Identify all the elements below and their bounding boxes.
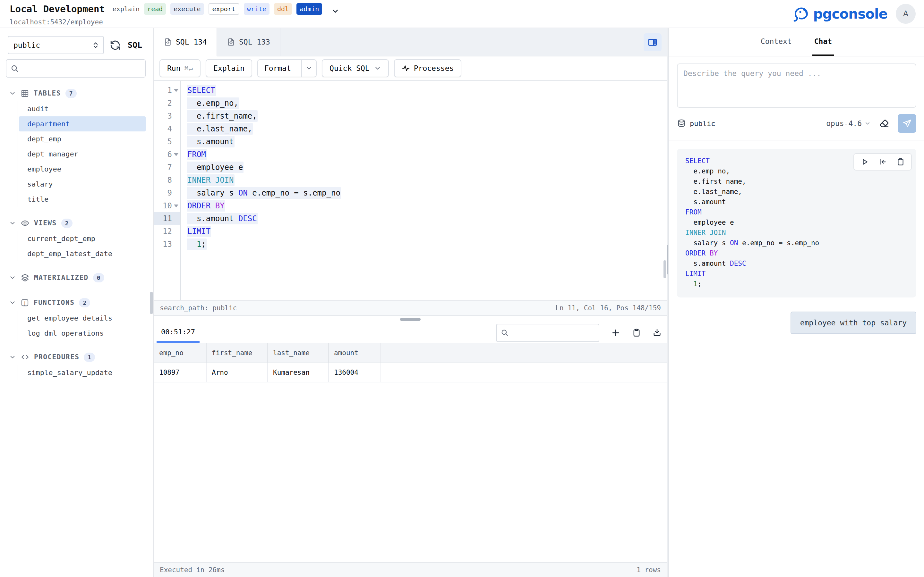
tab-context[interactable]: Context — [759, 28, 794, 56]
section-header-functions[interactable]: ƒFUNCTIONS2 — [0, 296, 153, 309]
result-timer-tab[interactable]: 00:51:27 — [157, 323, 200, 343]
gutter-line: 12 — [154, 225, 180, 238]
search-icon — [501, 329, 509, 337]
sidebar-item-dept_manager[interactable]: dept_manager — [19, 147, 145, 161]
resize-handle[interactable] — [400, 318, 421, 321]
chevron-down-icon[interactable] — [331, 7, 339, 15]
section-header-tables[interactable]: TABLES7 — [0, 87, 153, 100]
quick-sql-button[interactable]: Quick SQL — [322, 59, 389, 77]
section-views: VIEWS2current_dept_empdept_emp_latest_da… — [0, 216, 153, 261]
sidebar-item-current_dept_emp[interactable]: current_dept_emp — [19, 231, 145, 246]
results-search-input[interactable] — [512, 329, 595, 337]
tab-sql-133[interactable]: SQL 133 — [217, 28, 280, 56]
connection-string: localhost:5432/employee — [10, 18, 339, 26]
sidebar-item-salary[interactable]: salary — [19, 177, 145, 192]
svg-text:ƒ: ƒ — [23, 300, 26, 305]
sidebar-item-dept_emp[interactable]: dept_emp — [19, 131, 145, 147]
code-line: e.last_name, — [187, 122, 667, 135]
context-schema-label: public — [690, 119, 715, 127]
tab-chat[interactable]: Chat — [813, 28, 834, 56]
editor-scrollbar[interactable] — [664, 260, 666, 278]
clear-chat-icon[interactable] — [879, 118, 889, 129]
sidebar-item-audit[interactable]: audit — [19, 101, 145, 116]
code-line: LIMIT — [187, 225, 667, 238]
section-tables: TABLES7auditdepartmentdept_empdept_manag… — [0, 87, 153, 207]
editor-code-area[interactable]: SELECT e.emp_no, e.first_name, e.last_na… — [181, 81, 667, 300]
row-count: 1 rows — [636, 566, 661, 574]
section-header-views[interactable]: VIEWS2 — [0, 216, 153, 230]
panel-divider[interactable] — [667, 28, 669, 577]
copy-results-icon[interactable] — [632, 328, 641, 337]
chat-input[interactable] — [678, 64, 916, 107]
permission-badge-write[interactable]: write — [244, 3, 270, 15]
chat-composer[interactable] — [677, 63, 916, 108]
chevron-down-icon — [9, 90, 16, 97]
fold-icon[interactable] — [174, 153, 178, 156]
schema-sidebar: public SQL TABLES7auditdepartmentdept_em… — [0, 28, 154, 577]
format-label[interactable]: Format — [258, 60, 297, 77]
section-count-badge: 1 — [84, 353, 95, 362]
processes-button[interactable]: Processes — [394, 59, 462, 77]
sidebar-item-title[interactable]: title — [19, 192, 145, 207]
assistant-code-line: e.first_name, — [685, 176, 908, 187]
permission-badge-admin[interactable]: admin — [296, 3, 322, 15]
connection-title: Local Development — [10, 3, 105, 15]
insert-to-editor-icon[interactable] — [879, 158, 887, 166]
assistant-code-line: LIMIT — [685, 269, 908, 279]
fold-icon[interactable] — [174, 89, 178, 92]
tab-sql-134[interactable]: SQL 134 — [154, 28, 217, 56]
column-header-first_name[interactable]: first_name — [207, 343, 268, 363]
schema-select[interactable]: public — [8, 36, 104, 54]
cell: 10897 — [154, 363, 207, 382]
download-results-icon[interactable] — [653, 328, 662, 337]
format-button[interactable]: Format — [257, 59, 317, 77]
send-button[interactable] — [898, 114, 916, 133]
pgconsole-logo: pgconsole — [792, 5, 887, 23]
processes-label: Processes — [414, 64, 454, 73]
sidebar-search-input[interactable] — [23, 64, 141, 73]
add-row-icon[interactable] — [611, 328, 620, 338]
sql-mode-label[interactable]: SQL — [128, 40, 142, 50]
sidebar-item-dept_emp_latest_date[interactable]: dept_emp_latest_date — [19, 246, 145, 261]
permission-badge-read[interactable]: read — [144, 3, 166, 15]
sidebar-item-simple_salary_update[interactable]: simple_salary_update — [19, 365, 145, 380]
sql-editor[interactable]: 12345678910111213 SELECT e.emp_no, e.fir… — [154, 81, 667, 300]
fold-icon[interactable] — [174, 205, 178, 207]
user-message-bubble: employee with top salary — [790, 311, 916, 334]
section-header-procedures[interactable]: PROCEDURES1 — [0, 350, 153, 364]
copy-snippet-icon[interactable] — [897, 158, 905, 166]
sidebar-scrollbar[interactable] — [150, 292, 153, 314]
run-button[interactable]: Run ⌘↵ — [160, 59, 200, 77]
column-header-amount[interactable]: amount — [329, 343, 381, 363]
database-icon — [677, 119, 686, 128]
avatar[interactable]: A — [896, 4, 916, 24]
refresh-icon[interactable] — [110, 40, 121, 51]
permission-badge-ddl[interactable]: ddl — [274, 3, 292, 15]
sidebar-item-employee[interactable]: employee — [19, 161, 145, 177]
chevron-down-icon — [9, 274, 16, 281]
permission-badge-execute[interactable]: execute — [170, 3, 204, 15]
permission-badge-export[interactable]: export — [208, 3, 239, 15]
format-dropdown-chevron-icon[interactable] — [301, 60, 316, 77]
section-header-materialized[interactable]: MATERIALIZED0 — [0, 271, 153, 284]
panel-toggle-button[interactable] — [644, 33, 662, 51]
divider-scrollbar-thumb[interactable] — [667, 245, 668, 274]
run-snippet-icon[interactable] — [861, 158, 869, 166]
explain-button[interactable]: Explain — [206, 59, 252, 77]
column-header-emp_no[interactable]: emp_no — [154, 343, 207, 363]
editor-gutter: 12345678910111213 — [154, 81, 181, 300]
sidebar-search[interactable] — [6, 59, 145, 77]
sidebar-item-get_employee_details[interactable]: get_employee_details — [19, 311, 145, 326]
permission-badge-explain[interactable]: explain — [113, 3, 140, 15]
model-selector[interactable]: opus-4.6 — [826, 119, 871, 127]
section-materialized: MATERIALIZED0 — [0, 271, 153, 293]
results-footer: Executed in 26ms 1 rows — [154, 562, 667, 577]
chevron-down-icon — [864, 120, 871, 127]
column-header-last_name[interactable]: last_name — [268, 343, 329, 363]
context-schema[interactable]: public — [677, 119, 715, 128]
sidebar-item-log_dml_operations[interactable]: log_dml_operations — [19, 326, 145, 341]
results-search[interactable] — [496, 324, 599, 342]
code-line: employee e — [187, 161, 667, 174]
results-table: emp_nofirst_namelast_nameamount 10897Arn… — [154, 343, 667, 562]
sidebar-item-department[interactable]: department — [19, 116, 145, 131]
